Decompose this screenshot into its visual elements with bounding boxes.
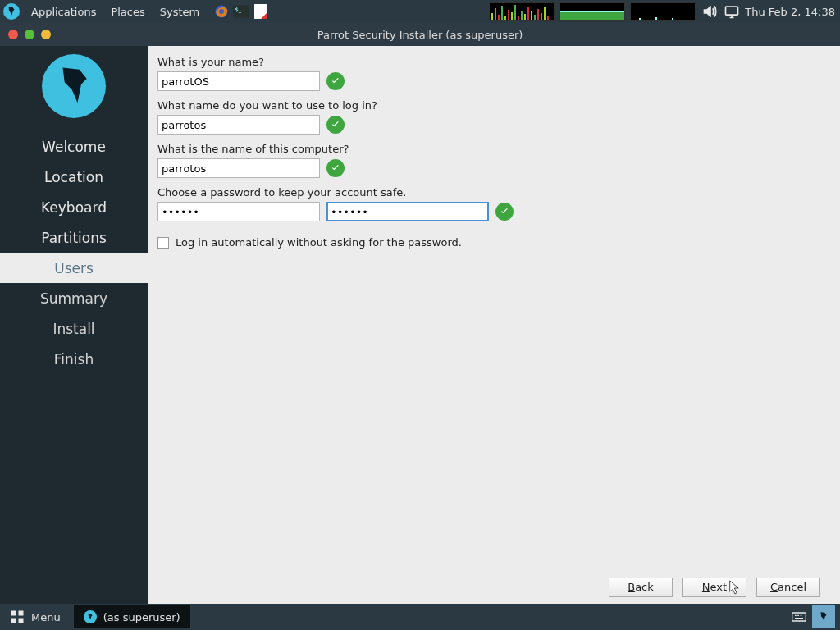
firefox-icon[interactable]: [212, 2, 231, 21]
svg-rect-9: [11, 619, 16, 623]
sidebar-step-keyboard[interactable]: Keyboard: [0, 192, 148, 222]
mem-monitor-icon: [559, 2, 625, 21]
note-icon[interactable]: [252, 2, 270, 21]
tray-parrot-icon[interactable]: [812, 605, 835, 628]
password-confirm-input[interactable]: [326, 202, 489, 221]
autologin-label: Log in automatically without asking for …: [176, 236, 462, 249]
field-block-password: Choose a password to keep your account s…: [158, 186, 829, 221]
window-controls: [0, 30, 51, 39]
svg-text:$_: $_: [235, 7, 242, 13]
taskbar-item-label: (as superuser): [103, 611, 180, 623]
cursor-icon: [729, 580, 741, 596]
panel-menu-applications[interactable]: Applications: [25, 0, 103, 23]
window-titlebar: Parrot Security Installer (as superuser): [0, 23, 840, 46]
svg-rect-11: [792, 613, 806, 621]
svg-rect-6: [726, 7, 738, 15]
sidebar-step-welcome[interactable]: Welcome: [0, 131, 148, 162]
os-bottom-panel: Menu (as superuser): [0, 604, 840, 630]
window-title: Parrot Security Installer (as superuser): [0, 29, 840, 41]
taskbar-item-installer[interactable]: (as superuser): [74, 605, 190, 628]
volume-icon[interactable]: [701, 2, 719, 21]
keyboard-layout-icon[interactable]: [788, 605, 810, 628]
field-block-host: What is the name of this computer?: [158, 143, 829, 178]
check-circle-icon: [326, 116, 345, 134]
installer-footer: Back Next Cancel: [158, 569, 829, 604]
parrot-small-icon: [84, 610, 97, 623]
host-input[interactable]: [158, 158, 320, 178]
display-icon[interactable]: [724, 3, 740, 20]
parrot-logo-icon[interactable]: [3, 3, 20, 20]
password-input[interactable]: [158, 202, 320, 221]
bottom-menu-label: Menu: [31, 611, 61, 623]
installer-window: Parrot Security Installer (as superuser)…: [0, 23, 840, 604]
net-monitor-icon: [630, 2, 696, 21]
cpu-monitor-icon: [489, 2, 555, 21]
installer-sidebar: Welcome Location Keyboard Partitions Use…: [0, 46, 148, 604]
check-circle-icon: [495, 203, 514, 221]
sidebar-step-location[interactable]: Location: [0, 162, 148, 192]
field-block-login: What name do you want to use to log in?: [158, 99, 829, 135]
sidebar-step-users[interactable]: Users: [0, 253, 148, 283]
panel-menu-places[interactable]: Places: [104, 0, 151, 23]
sidebar-step-summary[interactable]: Summary: [0, 283, 148, 313]
svg-rect-7: [11, 611, 16, 616]
minimize-icon[interactable]: [25, 30, 34, 39]
panel-right: Thu Feb 2, 14:38: [489, 2, 840, 21]
bottom-menu-button[interactable]: Menu: [0, 604, 71, 630]
terminal-icon[interactable]: $_: [232, 2, 250, 21]
name-input[interactable]: [158, 71, 320, 91]
os-top-panel: Applications Places System $_: [0, 0, 840, 23]
cancel-button[interactable]: Cancel: [756, 578, 820, 597]
svg-point-1: [219, 9, 224, 14]
system-monitor[interactable]: [489, 2, 696, 21]
sidebar-step-install[interactable]: Install: [0, 313, 148, 344]
maximize-icon[interactable]: [41, 30, 51, 39]
check-circle-icon: [326, 72, 345, 90]
panel-launchers: $_: [212, 2, 270, 21]
close-icon[interactable]: [8, 30, 18, 39]
sidebar-step-finish[interactable]: Finish: [0, 344, 148, 374]
window-body: Welcome Location Keyboard Partitions Use…: [0, 46, 840, 604]
host-label: What is the name of this computer?: [158, 143, 829, 155]
menu-grid-icon: [10, 609, 25, 624]
autologin-checkbox[interactable]: [158, 237, 169, 249]
name-label: What is your name?: [158, 56, 829, 68]
field-block-name: What is your name?: [158, 56, 829, 91]
login-label: What name do you want to use to log in?: [158, 99, 829, 112]
back-button[interactable]: Back: [609, 578, 673, 597]
check-circle-icon: [326, 159, 345, 177]
svg-rect-10: [19, 619, 24, 623]
users-form: What is your name? What name do you want…: [148, 46, 840, 604]
panel-clock[interactable]: Thu Feb 2, 14:38: [745, 6, 835, 18]
panel-menu-system[interactable]: System: [153, 0, 206, 23]
password-label: Choose a password to keep your account s…: [158, 186, 829, 199]
login-input[interactable]: [158, 115, 320, 135]
parrot-logo-large-icon: [42, 54, 106, 118]
next-button[interactable]: Next: [682, 578, 746, 597]
svg-rect-8: [19, 611, 24, 616]
autologin-row: Log in automatically without asking for …: [158, 236, 829, 249]
bottom-tray: [788, 605, 840, 628]
sidebar-step-partitions[interactable]: Partitions: [0, 222, 148, 253]
panel-left: Applications Places System $_: [0, 0, 270, 23]
